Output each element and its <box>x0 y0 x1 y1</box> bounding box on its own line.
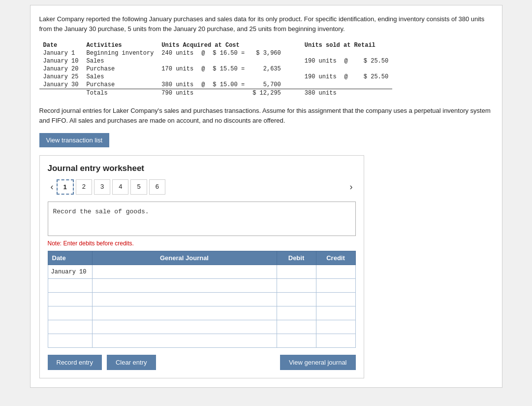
description-text: Record journal entries for Laker Company… <box>39 106 493 125</box>
journal-debit-input[interactable] <box>277 320 316 334</box>
table-cell <box>360 89 392 98</box>
table-cell <box>285 81 341 89</box>
journal-general-input[interactable] <box>93 334 277 347</box>
button-row: Record entry Clear entry View general jo… <box>48 355 356 370</box>
journal-credit-input[interactable] <box>316 334 355 347</box>
record-description: Record the sale of goods. <box>48 202 356 236</box>
table-cell: 790 units <box>157 89 197 98</box>
note-text: Note: Enter debits before credits. <box>48 240 356 247</box>
intro-paragraph: Laker Company reported the following Jan… <box>39 14 493 34</box>
col-date-header: Date <box>39 41 83 49</box>
journal-general-input[interactable] <box>93 306 277 320</box>
table-cell <box>352 49 360 57</box>
table-cell: 170 units <box>157 65 197 73</box>
journal-credit-input[interactable] <box>316 293 355 306</box>
table-cell: 240 units <box>157 49 197 57</box>
journal-debit-input[interactable] <box>277 293 316 306</box>
table-cell <box>341 65 352 73</box>
table-cell <box>352 57 360 65</box>
col-activities-header: Activities <box>83 41 158 49</box>
table-cell <box>157 57 197 65</box>
table-cell: Purchase <box>83 65 158 73</box>
tab-2[interactable]: 2 <box>76 179 92 195</box>
journal-col-date-header: Date <box>48 251 92 265</box>
table-cell <box>285 49 341 57</box>
journal-date-cell: January 10 <box>48 265 92 279</box>
journal-credit-input[interactable] <box>316 265 355 278</box>
table-cell: Sales <box>83 73 158 81</box>
journal-credit-input[interactable] <box>316 279 355 292</box>
journal-debit-input[interactable] <box>277 334 316 347</box>
record-entry-button[interactable]: Record entry <box>48 355 102 370</box>
journal-general-input[interactable] <box>93 279 277 292</box>
table-cell: @ <box>341 73 352 81</box>
tab-1[interactable]: 1 <box>57 179 74 195</box>
journal-debit-input[interactable] <box>277 265 316 278</box>
journal-date-cell <box>48 279 92 293</box>
view-transaction-button[interactable]: View transaction list <box>39 133 110 147</box>
tab-4[interactable]: 4 <box>112 179 128 195</box>
table-cell: 5,700 <box>249 81 285 89</box>
table-cell <box>341 49 352 57</box>
view-general-journal-button[interactable]: View general journal <box>280 355 356 370</box>
table-cell: $ 3,960 <box>249 49 285 57</box>
main-container: Laker Company reported the following Jan… <box>30 5 502 388</box>
table-cell: $ 25.50 <box>360 57 392 65</box>
journal-date-cell <box>48 320 92 334</box>
table-cell <box>209 73 249 81</box>
table-cell <box>352 65 360 73</box>
table-row <box>48 279 355 293</box>
table-cell: 380 units <box>157 81 197 89</box>
journal-general-input[interactable] <box>93 265 277 278</box>
table-cell: 380 units <box>285 89 341 98</box>
journal-col-journal-header: General Journal <box>92 251 277 265</box>
table-cell: $ 16.50 = <box>209 49 249 57</box>
table-cell <box>360 81 392 89</box>
table-cell <box>352 81 360 89</box>
tab-6[interactable]: 6 <box>149 179 165 195</box>
journal-credit-input[interactable] <box>316 320 355 334</box>
table-cell <box>39 89 83 98</box>
next-tab-button[interactable]: › <box>347 180 356 194</box>
worksheet-panel: Journal entry worksheet ‹ 123456 › Recor… <box>39 155 364 378</box>
tab-3[interactable]: 3 <box>94 179 110 195</box>
prev-tab-button[interactable]: ‹ <box>48 180 57 194</box>
journal-date-cell <box>48 306 92 320</box>
table-cell: $ 12,295 <box>249 89 285 98</box>
table-cell: 190 units <box>285 73 341 81</box>
journal-date-cell <box>48 293 92 306</box>
table-cell: $ 25.50 <box>360 73 392 81</box>
table-cell <box>197 57 209 65</box>
table-cell: @ <box>197 49 209 57</box>
journal-general-input[interactable] <box>93 320 277 334</box>
journal-general-input[interactable] <box>93 293 277 306</box>
table-cell: @ <box>197 81 209 89</box>
table-cell <box>352 89 360 98</box>
worksheet-title: Journal entry worksheet <box>48 164 356 173</box>
journal-debit-input[interactable] <box>277 306 316 320</box>
table-cell <box>209 89 249 98</box>
table-row <box>48 334 355 348</box>
table-cell: @ <box>197 65 209 73</box>
journal-col-credit-header: Credit <box>316 251 355 265</box>
col-units-sold-header: Units sold at Retail <box>285 41 392 49</box>
table-cell: January 20 <box>39 65 83 73</box>
table-cell <box>249 57 285 65</box>
table-cell: January 1 <box>39 49 83 57</box>
table-cell: @ <box>341 57 352 65</box>
data-table: Date Activities Units Acquired at Cost U… <box>39 41 393 97</box>
table-cell <box>341 89 352 98</box>
table-cell <box>285 65 341 73</box>
table-cell <box>197 89 209 98</box>
table-cell <box>197 73 209 81</box>
table-row <box>48 320 355 334</box>
table-cell <box>249 73 285 81</box>
journal-debit-input[interactable] <box>277 279 316 292</box>
table-cell: Sales <box>83 57 158 65</box>
table-cell <box>360 65 392 73</box>
journal-credit-input[interactable] <box>316 306 355 320</box>
table-cell: $ 15.50 = <box>209 65 249 73</box>
tab-5[interactable]: 5 <box>130 179 147 195</box>
clear-entry-button[interactable]: Clear entry <box>107 355 156 370</box>
journal-table: Date General Journal Debit Credit Januar… <box>48 251 356 348</box>
